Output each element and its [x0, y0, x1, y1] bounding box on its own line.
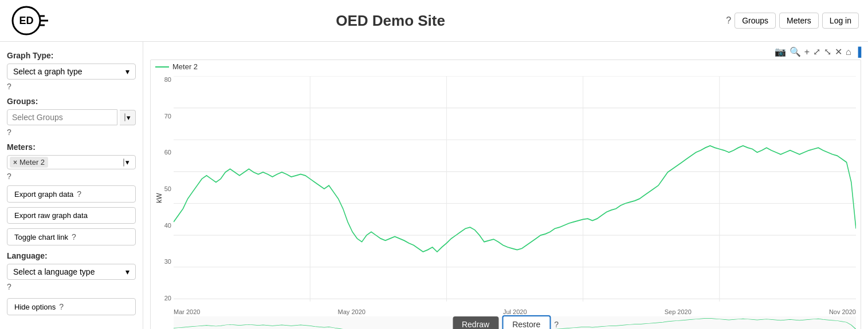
export-graph-label: Export graph data: [14, 190, 73, 199]
meters-help-icon[interactable]: ?: [7, 172, 136, 181]
nav-help-icon[interactable]: ?: [726, 15, 731, 26]
meters-bar-icon: [123, 158, 124, 167]
groups-label: Groups:: [7, 97, 136, 106]
svg-text:ED: ED: [19, 15, 33, 26]
y-tick-70: 70: [164, 113, 171, 120]
x-tick-sep: Sep 2020: [665, 308, 692, 315]
page-title: OED Demo Site: [336, 12, 445, 30]
y-tick-40: 40: [164, 222, 171, 229]
export-graph-button[interactable]: Export graph data ?: [7, 185, 136, 203]
y-tick-30: 30: [164, 258, 171, 265]
meter-tag-label: Meter 2: [19, 158, 45, 167]
graph-type-help-icon[interactable]: ?: [7, 82, 136, 91]
groups-bar-icon: [124, 113, 125, 121]
top-nav: ED OED Demo Site ? Groups Meters Log in: [0, 0, 868, 42]
nav-login-button[interactable]: Log in: [822, 13, 859, 29]
language-help-icon[interactable]: ?: [7, 282, 136, 291]
camera-icon[interactable]: 📷: [775, 46, 786, 57]
logo: ED: [9, 5, 55, 37]
legend-label: Meter 2: [172, 62, 198, 71]
chart-legend: Meter 2: [151, 60, 861, 73]
nav-meters-button[interactable]: Meters: [779, 13, 819, 29]
chart-toolbar: 📷 🔍 + ⤢ ⤡ ✕ ⌂ ▐: [150, 46, 861, 57]
expand-icon[interactable]: ⤢: [813, 46, 820, 57]
meters-tag-row: × Meter 2 ▾: [7, 155, 136, 169]
toggle-chart-button[interactable]: Toggle chart link ?: [7, 228, 136, 245]
plus-icon[interactable]: +: [804, 47, 810, 57]
meter2-line: [174, 146, 856, 252]
y-tick-60: 60: [164, 149, 171, 156]
toggle-chart-help-icon[interactable]: ?: [72, 232, 76, 241]
x-tick-may: May 2020: [338, 308, 366, 315]
y-axis-label: kW: [155, 193, 163, 203]
export-graph-help-icon[interactable]: ?: [77, 189, 81, 199]
redraw-restore-bar: Redraw Restore ?: [453, 315, 559, 329]
main-layout: Graph Type: Select a graph type ▾ ? Grou…: [0, 42, 868, 329]
redraw-button[interactable]: Redraw: [453, 316, 498, 329]
export-raw-button[interactable]: Export raw graph data: [7, 207, 136, 224]
graph-type-caret-icon: ▾: [125, 67, 129, 76]
meters-label: Meters:: [7, 142, 136, 152]
language-dropdown[interactable]: Select a language type ▾: [7, 264, 136, 280]
zoom-in-icon[interactable]: 🔍: [790, 46, 801, 57]
language-label: Language:: [7, 251, 136, 260]
bar-chart-icon[interactable]: ▐: [855, 47, 861, 57]
chart-area: 📷 🔍 + ⤢ ⤡ ✕ ⌂ ▐ Meter 2: [143, 42, 868, 329]
restore-button[interactable]: Restore: [502, 315, 551, 329]
x-tick-jul: Jul 2020: [503, 308, 527, 315]
language-caret-icon: ▾: [125, 267, 129, 276]
nav-groups-button[interactable]: Groups: [735, 13, 776, 29]
graph-type-placeholder: Select a graph type: [13, 67, 83, 76]
top-nav-right: ? Groups Meters Log in: [726, 13, 859, 29]
meter-2-tag: × Meter 2: [10, 157, 48, 168]
groups-caret-icon: ▾: [127, 113, 131, 122]
hide-options-label: Hide options: [14, 303, 56, 311]
legend-line: [155, 66, 169, 68]
chart-container: Meter 2: [150, 60, 861, 329]
graph-type-dropdown[interactable]: Select a graph type ▾: [7, 64, 136, 80]
hide-options-button[interactable]: Hide options ?: [7, 298, 136, 315]
meter-tag-x[interactable]: ×: [13, 158, 17, 167]
export-raw-label: Export raw graph data: [14, 211, 88, 220]
graph-type-label: Graph Type:: [7, 51, 136, 60]
sidebar: Graph Type: Select a graph type ▾ ? Grou…: [0, 42, 143, 329]
meters-expand-button[interactable]: ▾: [120, 157, 133, 168]
y-tick-50: 50: [164, 185, 171, 192]
chart-svg[interactable]: [174, 76, 856, 302]
restore-help-icon[interactable]: ?: [554, 320, 559, 329]
groups-expand-button[interactable]: ▾: [120, 110, 136, 125]
groups-input[interactable]: [7, 109, 117, 125]
x-axis: Mar 2020 May 2020 Jul 2020 Sep 2020 Nov …: [174, 308, 856, 315]
shrink-icon[interactable]: ⤡: [824, 46, 831, 57]
y-tick-80: 80: [164, 76, 171, 83]
cross-icon[interactable]: ✕: [835, 46, 842, 57]
groups-help-icon[interactable]: ?: [7, 128, 136, 137]
hide-options-help-icon[interactable]: ?: [59, 302, 64, 311]
x-tick-mar: Mar 2020: [174, 308, 200, 315]
language-placeholder: Select a language type: [13, 267, 95, 276]
x-tick-nov: Nov 2020: [829, 308, 856, 315]
meters-caret-icon: ▾: [125, 158, 129, 167]
y-axis: 80 70 60 50 40 30 20: [151, 76, 174, 302]
toggle-chart-label: Toggle chart link: [14, 233, 68, 241]
y-tick-20: 20: [164, 295, 171, 302]
home-icon[interactable]: ⌂: [846, 47, 851, 57]
select-groups-row: ▾: [7, 109, 136, 125]
